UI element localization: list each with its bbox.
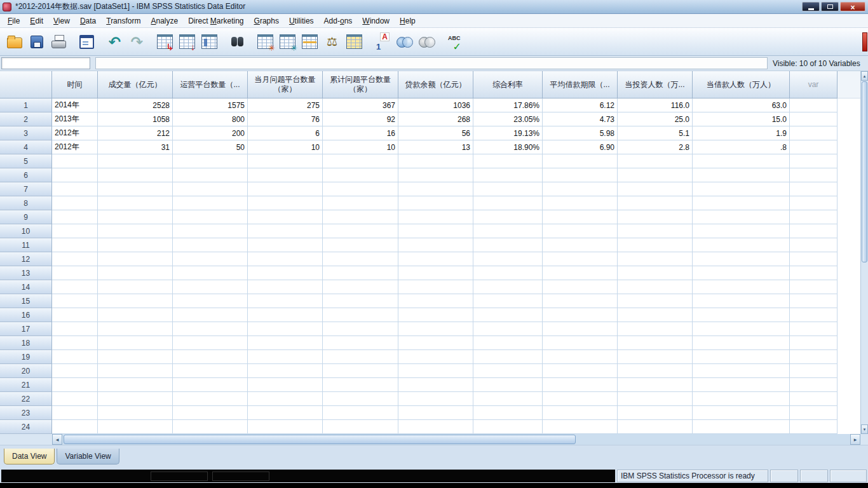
cell-r18-c6[interactable] <box>398 336 473 350</box>
cell-r7-c9[interactable] <box>618 182 693 196</box>
cell-r1-c4[interactable]: 275 <box>248 98 323 112</box>
column-header-10[interactable]: 当借款人数（万人） <box>693 71 790 98</box>
cell-r2-c10[interactable]: 15.0 <box>693 112 790 126</box>
use-variable-sets-icon[interactable] <box>393 30 416 53</box>
cell-r17-c6[interactable] <box>398 322 473 336</box>
cell-r3-c10[interactable]: 1.9 <box>693 126 790 140</box>
cell-r10-c10[interactable] <box>693 224 790 238</box>
cell-r4-c4[interactable]: 10 <box>248 140 323 154</box>
cell-r12-c6[interactable] <box>398 252 473 266</box>
cell-r3-c3[interactable]: 200 <box>173 126 248 140</box>
open-data-icon[interactable] <box>3 30 25 53</box>
cell-r20-c6[interactable] <box>398 364 473 378</box>
cell-r7-c5[interactable] <box>323 182 398 196</box>
cell-r13-c10[interactable] <box>693 266 790 280</box>
toolbar-edge-icon[interactable] <box>862 32 867 51</box>
cell-r7-c11[interactable] <box>790 182 837 196</box>
cell-r12-c8[interactable] <box>543 252 618 266</box>
row-number-16[interactable]: 16 <box>0 308 52 322</box>
cell-r18-c10[interactable] <box>693 336 790 350</box>
cell-r15-c6[interactable] <box>398 294 473 308</box>
cell-r9-c6[interactable] <box>398 210 473 224</box>
cell-editor[interactable] <box>95 57 768 69</box>
menu-item-transform[interactable]: Transform <box>101 15 146 27</box>
cell-r8-c6[interactable] <box>398 196 473 210</box>
cell-r5-c9[interactable] <box>618 154 693 168</box>
cell-r21-c10[interactable] <box>693 378 790 392</box>
cell-r19-c5[interactable] <box>323 350 398 364</box>
cell-r13-c9[interactable] <box>618 266 693 280</box>
cell-r9-c3[interactable] <box>173 210 248 224</box>
cell-r17-c1[interactable] <box>52 322 98 336</box>
cell-r9-c5[interactable] <box>323 210 398 224</box>
cell-r5-c4[interactable] <box>248 154 323 168</box>
cell-r16-c6[interactable] <box>398 308 473 322</box>
cell-r2-c7[interactable]: 23.05% <box>473 112 543 126</box>
cell-r3-c1[interactable]: 2012年 <box>52 126 98 140</box>
cell-r5-c10[interactable] <box>693 154 790 168</box>
cell-r5-c11[interactable] <box>790 154 837 168</box>
cell-r12-c10[interactable] <box>693 252 790 266</box>
redo-icon[interactable] <box>126 30 148 53</box>
vertical-scroll-thumb[interactable] <box>862 81 867 262</box>
cell-r15-c10[interactable] <box>693 294 790 308</box>
column-header-8[interactable]: 平均借款期限（... <box>543 71 618 98</box>
cell-r8-c5[interactable] <box>323 196 398 210</box>
cell-r10-c8[interactable] <box>543 224 618 238</box>
cell-r1-c11[interactable] <box>790 98 837 112</box>
cell-r24-c7[interactable] <box>473 420 543 434</box>
cell-r22-c6[interactable] <box>398 392 473 406</box>
cell-r2-c1[interactable]: 2013年 <box>52 112 98 126</box>
cell-r22-c1[interactable] <box>52 392 98 406</box>
cell-r24-c9[interactable] <box>618 420 693 434</box>
cell-r24-c10[interactable] <box>693 420 790 434</box>
save-icon[interactable] <box>25 30 48 53</box>
row-number-15[interactable]: 15 <box>0 294 52 308</box>
cell-r5-c1[interactable] <box>52 154 98 168</box>
cell-r15-c8[interactable] <box>543 294 618 308</box>
weight-cases-icon[interactable] <box>321 30 343 53</box>
cell-r19-c10[interactable] <box>693 350 790 364</box>
cell-r17-c8[interactable] <box>543 322 618 336</box>
scroll-up-icon[interactable]: ▲ <box>861 71 868 81</box>
cell-r6-c3[interactable] <box>173 168 248 182</box>
cell-r22-c2[interactable] <box>98 392 173 406</box>
cell-r1-c6[interactable]: 1036 <box>398 98 473 112</box>
cell-r18-c9[interactable] <box>618 336 693 350</box>
scroll-down-icon[interactable]: ▼ <box>861 424 868 434</box>
row-number-3[interactable]: 3 <box>0 126 52 140</box>
cell-r23-c9[interactable] <box>618 406 693 420</box>
show-all-variables-icon[interactable] <box>416 30 438 53</box>
cell-r8-c9[interactable] <box>618 196 693 210</box>
cell-r14-c2[interactable] <box>98 280 173 294</box>
cell-r3-c9[interactable]: 5.1 <box>618 126 693 140</box>
cell-r13-c8[interactable] <box>543 266 618 280</box>
cell-r4-c9[interactable]: 2.8 <box>618 140 693 154</box>
cell-r19-c1[interactable] <box>52 350 98 364</box>
variables-icon[interactable] <box>198 30 220 53</box>
cell-r23-c10[interactable] <box>693 406 790 420</box>
cell-r18-c5[interactable] <box>323 336 398 350</box>
column-header-6[interactable]: 贷款余额（亿元） <box>398 71 473 98</box>
menu-item-window[interactable]: Window <box>357 15 395 27</box>
cell-r3-c11[interactable] <box>790 126 837 140</box>
cell-r10-c1[interactable] <box>52 224 98 238</box>
cell-r10-c4[interactable] <box>248 224 323 238</box>
cell-r4-c6[interactable]: 13 <box>398 140 473 154</box>
cell-r14-c3[interactable] <box>173 280 248 294</box>
cell-r16-c9[interactable] <box>618 308 693 322</box>
cell-r3-c2[interactable]: 212 <box>98 126 173 140</box>
row-number-21[interactable]: 21 <box>0 378 52 392</box>
cell-r24-c8[interactable] <box>543 420 618 434</box>
cell-r17-c7[interactable] <box>473 322 543 336</box>
find-icon[interactable] <box>226 30 248 53</box>
cell-r22-c8[interactable] <box>543 392 618 406</box>
cell-r2-c8[interactable]: 4.73 <box>543 112 618 126</box>
cell-r9-c7[interactable] <box>473 210 543 224</box>
cell-r8-c11[interactable] <box>790 196 837 210</box>
print-icon[interactable] <box>48 30 70 53</box>
cell-r20-c4[interactable] <box>248 364 323 378</box>
cell-r14-c9[interactable] <box>618 280 693 294</box>
cell-r9-c10[interactable] <box>693 210 790 224</box>
cell-r21-c1[interactable] <box>52 378 98 392</box>
